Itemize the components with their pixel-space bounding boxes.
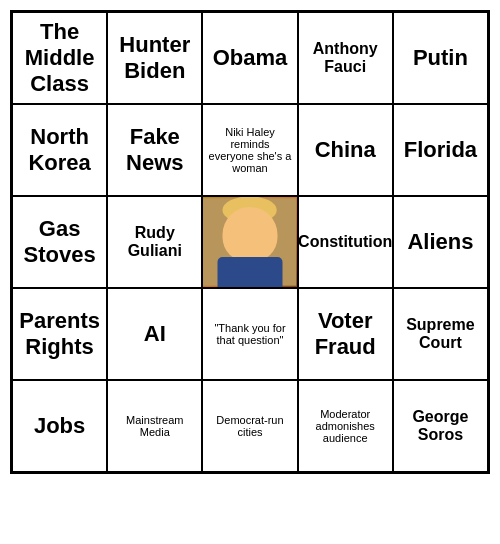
cell-r3-c1[interactable]: AI [107,288,202,380]
cell-text: Mainstream Media [112,414,197,438]
svg-point-1 [223,197,277,224]
bingo-grid: The Middle ClassHunter BidenObamaAnthony… [10,10,490,474]
cell-text: Moderator admonishes audience [303,408,388,444]
svg-point-4 [256,230,264,236]
cell-r1-c1[interactable]: Fake News [107,104,202,196]
bingo-header [10,0,490,10]
cell-r1-c2[interactable]: Niki Haley reminds everyone she's a woma… [202,104,297,196]
cell-text: Gas Stoves [17,216,102,268]
cell-text: Anthony Fauci [303,40,388,76]
svg-point-3 [236,230,244,236]
cell-text: Parents Rights [17,308,102,360]
cell-r4-c2[interactable]: Democrat-run cities [202,380,297,472]
cell-text: The Middle Class [17,19,102,97]
cell-r3-c3[interactable]: Voter Fraud [298,288,393,380]
cell-r2-c0[interactable]: Gas Stoves [12,196,107,288]
cell-r2-c2[interactable] [202,196,297,288]
cell-r4-c0[interactable]: Jobs [12,380,107,472]
cell-r3-c0[interactable]: Parents Rights [12,288,107,380]
cell-text: Niki Haley reminds everyone she's a woma… [207,126,292,174]
cell-text: Voter Fraud [303,308,388,360]
cell-text: Florida [404,137,477,163]
cell-r0-c1[interactable]: Hunter Biden [107,12,202,104]
cell-r4-c3[interactable]: Moderator admonishes audience [298,380,393,472]
svg-point-5 [239,232,243,236]
cell-r0-c3[interactable]: Anthony Fauci [298,12,393,104]
cell-text: Aliens [407,229,473,255]
cell-r4-c4[interactable]: George Soros [393,380,488,472]
cell-r2-c3[interactable]: Constitution [298,196,393,288]
cell-r0-c4[interactable]: Putin [393,12,488,104]
cell-text: Hunter Biden [112,32,197,84]
cell-text: Obama [213,45,288,71]
svg-rect-0 [203,198,296,285]
cell-r2-c1[interactable]: Rudy Guliani [107,196,202,288]
svg-marker-9 [246,264,254,285]
cell-text: Fake News [112,124,197,176]
cell-text: "Thank you for that question" [207,322,292,346]
svg-marker-10 [240,264,250,272]
cell-text: Rudy Guliani [112,224,197,260]
trump-mugshot-image [203,197,296,287]
cell-r0-c0[interactable]: The Middle Class [12,12,107,104]
cell-r1-c3[interactable]: China [298,104,393,196]
cell-text: AI [144,321,166,347]
cell-r1-c4[interactable]: Florida [393,104,488,196]
cell-r0-c2[interactable]: Obama [202,12,297,104]
cell-text: Putin [413,45,468,71]
cell-text: Constitution [298,233,392,251]
cell-r4-c1[interactable]: Mainstream Media [107,380,202,472]
svg-point-7 [246,238,254,244]
cell-text: Supreme Court [398,316,483,352]
cell-text: Jobs [34,413,85,439]
cell-text: Democrat-run cities [207,414,292,438]
cell-text: George Soros [398,408,483,444]
cell-r3-c2[interactable]: "Thank you for that question" [202,288,297,380]
svg-point-2 [227,212,274,262]
cell-text: China [315,137,376,163]
cell-r1-c0[interactable]: North Korea [12,104,107,196]
cell-r3-c4[interactable]: Supreme Court [393,288,488,380]
svg-point-6 [259,232,263,236]
cell-r2-c4[interactable]: Aliens [393,196,488,288]
svg-rect-8 [223,264,277,287]
cell-text: North Korea [17,124,102,176]
svg-marker-11 [250,264,260,272]
